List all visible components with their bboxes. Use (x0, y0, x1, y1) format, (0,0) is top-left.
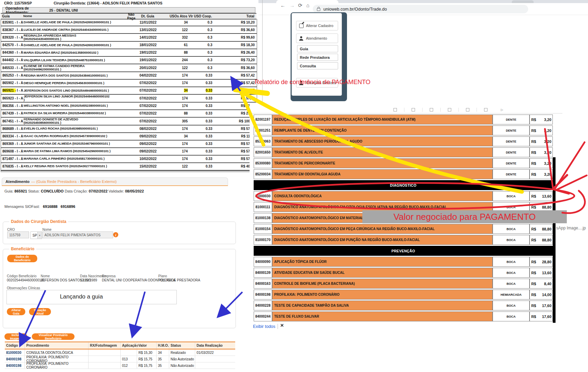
home-icon[interactable]: ⌂ (306, 2, 309, 8)
report-col-header: Nome (23, 14, 124, 18)
date-cell: 07/02/2022 (138, 89, 158, 92)
created-value: 07/02/2022 (89, 189, 107, 193)
trade-desc-cell: DIAGNÓSTICO ANATOMOPATOLÓGICO EM PUNÇÃO … (272, 235, 493, 245)
trade-price-panel: ▷ 82001197REDUÇÃO SIMPLES DE LUXAÇÃO DE … (250, 103, 563, 331)
report-dentist: Cirurgião Dentista: (13664) - ADILSON FE… (54, 1, 162, 5)
forward-icon[interactable]: → (290, 2, 295, 8)
name-cell: KELLY REGINA REIS SANTOS (00202543027700… (24, 164, 125, 168)
usos-cell: 34 (158, 21, 188, 24)
trade-desc-cell: APLICAÇÃO TÓPICA DE FLÚOR (272, 257, 493, 267)
alterar-guia-button[interactable]: Alterar Guia (7, 308, 25, 315)
proc-name-cell: PROFILAXIA: POLIMENTO CORONÁRIO (25, 362, 88, 369)
trade-value-cell: R$3,20 (530, 158, 553, 168)
play-icon[interactable]: ▷ (501, 108, 503, 111)
back-icon[interactable]: ← (280, 2, 285, 8)
usos-cell: 174 (158, 127, 188, 131)
usos-cell: 122 (158, 164, 188, 168)
proc-code-cell: 81000030 (5, 349, 25, 356)
trade-value-cell: R$17,60 (530, 301, 553, 310)
date-cell: 18/01/2022 (138, 43, 158, 47)
toolbar-icon[interactable] (430, 108, 433, 111)
trade-code-cell: 81000154 (254, 224, 272, 234)
name-cell: REGINA MARTA DOS SANTOS (002025438461000… (24, 74, 125, 77)
tab-atendimento[interactable]: Atendimento — (Guia Rede Prestadora - Be… (2, 177, 228, 186)
total-cell: R$ 57,42 (212, 81, 257, 85)
visualizar-prontuario-button[interactable]: Visualizar Prontuário Beneficiário (32, 333, 75, 340)
dentist-name-input[interactable] (42, 231, 113, 238)
currency-label: R$ (530, 216, 536, 220)
trade-region-cell: DENTE (493, 125, 530, 135)
date-cell: 09/02/2022 (138, 134, 158, 138)
menu-item-consulta[interactable]: Consulta (297, 62, 338, 69)
trade-region-cell: DENTE (493, 115, 530, 124)
proc-app-cell (120, 349, 137, 356)
proc-date-cell: 01/03/2022 (195, 349, 235, 356)
trade-region-cell: BOCA (493, 213, 530, 223)
usos-cell: 122 (158, 28, 188, 32)
report-row: 865921 - I - AJEFERSON DOS SANTOS LINO (… (1, 87, 257, 95)
trade-value-cell: R$17,60 (530, 311, 553, 321)
total-cell: R$ 11,22 (212, 89, 257, 92)
proc-col-header: Valor (137, 342, 156, 349)
toolbar-icon[interactable] (484, 108, 487, 111)
incluir-imagens-button[interactable]: Incluir Imagens (4, 333, 27, 340)
trade-row: 85200034TRATAMENTO EM ODONTALGIA AGUDADE… (254, 169, 553, 179)
menu-item-guia[interactable]: Guia (297, 45, 338, 52)
trade-region-cell: HEMIARCADA (493, 290, 530, 300)
close-icon[interactable]: × (280, 322, 284, 329)
menu-item-cirurgiao-dentista[interactable]: Cirurgião Dentista (296, 78, 338, 88)
trade-code-cell: 82001197 (254, 115, 272, 124)
reload-icon[interactable]: ⟳ (298, 2, 303, 9)
trade-region-cell: BOCA (493, 268, 530, 278)
currency-label: R$ (530, 260, 536, 264)
menu-item-atendimento[interactable]: Atendimento (296, 34, 338, 43)
trade-row: 81000030CONSULTA ODONTOLÓGICABOCAR$13,60 (254, 191, 553, 201)
report-col-header: Vlr USO Coop. (187, 14, 212, 18)
toolbar-icon[interactable] (448, 108, 451, 111)
name-cell: DIEGO HENRIQUE PEREIRA (0020254563030000… (24, 81, 125, 85)
trade-row: 82001197REDUÇÃO SIMPLES DE LUXAÇÃO DE AR… (254, 115, 553, 124)
obs-textarea[interactable]: Lançando a guia (6, 290, 177, 304)
validity-label: Validade: (109, 189, 124, 193)
trade-row: 81000138DIAGNÓSTICO ANATOMOPATOLÓGICO EM… (254, 213, 553, 223)
window-edge-divider (262, 0, 263, 102)
dados-beneficiario-button[interactable]: Dados do Beneficiário (7, 255, 37, 262)
info-icon[interactable]: i (113, 232, 118, 237)
exibir-todos-link[interactable]: Exibir todos (253, 324, 275, 329)
amount-value: 13,60 (536, 271, 552, 275)
menu-item-rede-prestadora[interactable]: Rede Prestadora (297, 54, 338, 61)
trade-desc-cell: CONTROLE DE BIOFILME (PLACA BACTERIANA) (272, 279, 493, 289)
report-row: 842570 - I - ADANIELLE ADELAIDE DE PAULA… (1, 42, 257, 49)
currency-label: R$ (530, 129, 536, 133)
report-col-header: Dt. Guia (138, 14, 157, 18)
trade-row: 81000170DIAGNÓSTICO ANATOMOPATOLÓGICO EM… (254, 235, 553, 245)
amount-value: 88,80 (536, 216, 552, 220)
trade-desc-cell: ATIVIDADE EDUCATIVA EM SAÚDE BUCAL (272, 268, 493, 278)
guia-cell: 866356 - I - A (1, 104, 24, 108)
toolbar-icon[interactable] (466, 108, 469, 111)
menu-label: Rede Prestadora (300, 55, 330, 59)
menu-item-alterar-cadastro[interactable]: Alterar Cadastro (296, 21, 338, 30)
currency-label: R$ (530, 315, 536, 319)
edit-icon (299, 24, 304, 28)
section-header-row: PREVENÇÃO (254, 246, 553, 256)
trade-region-cell: BOCA (493, 279, 530, 289)
toolbar-icon[interactable] (412, 108, 415, 111)
name-cell: VALQUIRIA LILIAN TEIXEIRA (0020254487510… (24, 58, 125, 62)
situacao-atual-button[interactable]: Situação Atual (29, 308, 51, 315)
cro-input[interactable] (7, 231, 29, 238)
address-bar[interactable]: unioweb.com.br/Odonto/Trade.do (313, 5, 528, 13)
padlock-icon (317, 8, 320, 11)
guia-cell: 865923 - I - A (1, 96, 24, 100)
vlr-cell: 0.33 (188, 89, 212, 92)
date-cell: 07/02/2022 (138, 104, 158, 108)
url-text: unioweb.com.br/Odonto/Trade.do (323, 7, 387, 12)
vlr-cell: 0.3 (188, 66, 212, 70)
proc-hmo-cell: 35 (156, 356, 169, 362)
validity-value: 08/05/2022 (125, 189, 144, 193)
proc-status-cell: Realizado (169, 349, 195, 356)
toolbar-icon[interactable] (393, 108, 397, 111)
guia-cell: 865902 - I - A (1, 81, 24, 85)
trade-value-cell: R$3,20 (530, 147, 553, 157)
uf-select[interactable]: SP ▼ (30, 231, 42, 239)
